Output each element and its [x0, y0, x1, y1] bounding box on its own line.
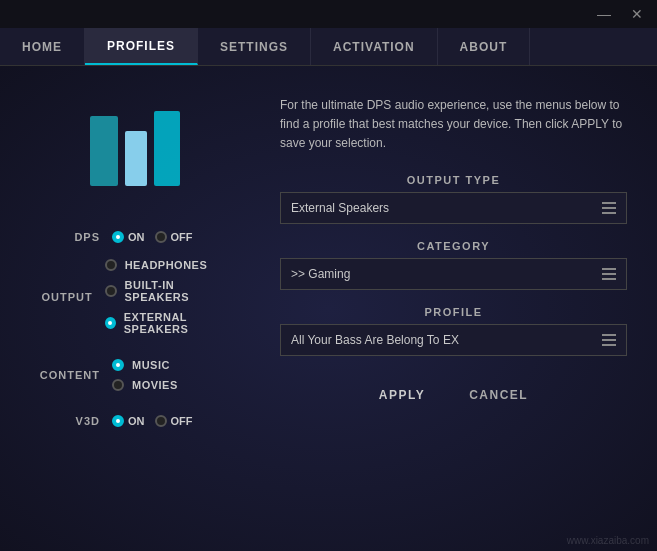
nav-about[interactable]: ABOUT: [438, 28, 531, 65]
v3d-label: V3D: [30, 415, 100, 427]
content-movies-radio[interactable]: [112, 379, 124, 391]
category-dropdown-icon: [602, 268, 616, 280]
svg-rect-1: [125, 131, 147, 186]
dps-radio-group: ON OFF: [112, 231, 193, 243]
content-music-option[interactable]: MUSIC: [112, 359, 178, 371]
content-control-row: CONTENT MUSIC MOVIES: [30, 359, 240, 391]
output-label: OUTPUT: [30, 291, 93, 303]
output-type-section: OUTPUT TYPE External Speakers: [280, 174, 627, 224]
profile-dropdown-icon: [602, 334, 616, 346]
output-options: HEADPHONES BUILT-IN SPEAKERS EXTERNAL SP…: [105, 259, 240, 335]
category-section: CATEGORY >> Gaming: [280, 240, 627, 290]
category-dropdown[interactable]: >> Gaming: [280, 258, 627, 290]
left-panel: DPS ON OFF OUTPUT HEADPHONES: [0, 66, 260, 551]
minimize-button[interactable]: —: [591, 4, 617, 24]
description-text: For the ultimate DPS audio experience, u…: [280, 96, 627, 154]
main-content: DPS ON OFF OUTPUT HEADPHONES: [0, 66, 657, 551]
nav-home[interactable]: HOME: [0, 28, 85, 65]
dps-off-option[interactable]: OFF: [155, 231, 193, 243]
profile-value: All Your Bass Are Belong To EX: [291, 333, 459, 347]
logo-icon: [80, 96, 190, 206]
v3d-control-row: V3D ON OFF: [30, 415, 240, 427]
output-type-dropdown-icon: [602, 202, 616, 214]
output-external-option[interactable]: EXTERNAL SPEAKERS: [105, 311, 240, 335]
nav-profiles[interactable]: PROFILES: [85, 28, 198, 65]
v3d-off-radio[interactable]: [155, 415, 167, 427]
dps-control-row: DPS ON OFF: [30, 231, 240, 243]
nav-settings[interactable]: SETTINGS: [198, 28, 311, 65]
v3d-on-option[interactable]: ON: [112, 415, 145, 427]
watermark: www.xiazaiba.com: [567, 535, 649, 546]
apply-button[interactable]: APPLY: [367, 382, 437, 408]
output-external-radio[interactable]: [105, 317, 116, 329]
output-headphones-option[interactable]: HEADPHONES: [105, 259, 240, 271]
window-controls: — ✕: [591, 4, 649, 24]
content-label: CONTENT: [30, 369, 100, 381]
dps-on-radio[interactable]: [112, 231, 124, 243]
nav-bar: HOME PROFILES SETTINGS ACTIVATION ABOUT: [0, 28, 657, 66]
dps-label: DPS: [30, 231, 100, 243]
output-headphones-radio[interactable]: [105, 259, 117, 271]
cancel-button[interactable]: CANCEL: [457, 382, 540, 408]
logo-area: [30, 96, 240, 206]
right-panel: For the ultimate DPS audio experience, u…: [260, 66, 657, 551]
profile-section: PROFILE All Your Bass Are Belong To EX: [280, 306, 627, 356]
title-bar: — ✕: [0, 0, 657, 28]
output-builtin-option[interactable]: BUILT-IN SPEAKERS: [105, 279, 240, 303]
nav-activation[interactable]: ACTIVATION: [311, 28, 438, 65]
action-row: APPLY CANCEL: [280, 382, 627, 408]
content-options: MUSIC MOVIES: [112, 359, 178, 391]
content-movies-option[interactable]: MOVIES: [112, 379, 178, 391]
profile-label: PROFILE: [280, 306, 627, 318]
content-music-radio[interactable]: [112, 359, 124, 371]
svg-rect-2: [154, 111, 180, 186]
output-type-label: OUTPUT TYPE: [280, 174, 627, 186]
category-label: CATEGORY: [280, 240, 627, 252]
svg-rect-0: [90, 116, 118, 186]
output-control-row: OUTPUT HEADPHONES BUILT-IN SPEAKERS EXTE…: [30, 259, 240, 335]
v3d-on-radio[interactable]: [112, 415, 124, 427]
output-type-dropdown[interactable]: External Speakers: [280, 192, 627, 224]
v3d-off-option[interactable]: OFF: [155, 415, 193, 427]
close-button[interactable]: ✕: [625, 4, 649, 24]
output-type-value: External Speakers: [291, 201, 389, 215]
v3d-radio-group: ON OFF: [112, 415, 193, 427]
profile-dropdown[interactable]: All Your Bass Are Belong To EX: [280, 324, 627, 356]
output-builtin-radio[interactable]: [105, 285, 117, 297]
dps-on-option[interactable]: ON: [112, 231, 145, 243]
dps-off-radio[interactable]: [155, 231, 167, 243]
category-value: >> Gaming: [291, 267, 350, 281]
